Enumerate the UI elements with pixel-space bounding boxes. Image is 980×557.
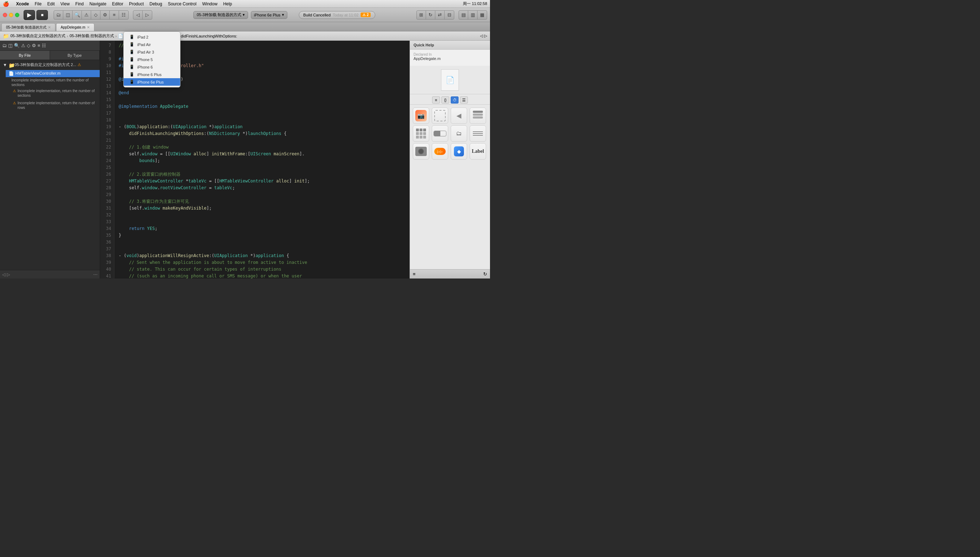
nav-icon[interactable]: ◫ (63, 10, 73, 20)
tab-close-icon[interactable]: ✕ (48, 25, 51, 29)
sidebar-folder-icon[interactable]: 🗂 (2, 43, 7, 48)
warning-icon[interactable]: ⚠ (82, 10, 91, 20)
menu-editor[interactable]: Editor (112, 2, 123, 7)
dropdown-item-ipad2[interactable]: 📱 iPad 2 (124, 33, 180, 41)
ui-element-list[interactable] (470, 125, 486, 142)
dropdown-item-ipadair3[interactable]: 📱 iPad Air 3 (124, 48, 180, 56)
minimize-button[interactable] (9, 13, 13, 17)
menu-navigate[interactable]: Navigate (89, 2, 106, 7)
panel-tab-list[interactable]: ≡ (432, 96, 440, 104)
right-panel-icon[interactable]: ▦ (477, 10, 487, 20)
ui-element-box[interactable]: ◆ (451, 143, 467, 160)
close-button[interactable] (3, 13, 7, 17)
test-icon[interactable]: ◇ (91, 10, 100, 20)
menubar-datetime: 周一 11:02:58 (463, 1, 487, 7)
ui-element-grid[interactable] (413, 125, 429, 142)
dropdown-item-ipadair[interactable]: 📱 iPad Air (124, 41, 180, 48)
warning-badge[interactable]: ⚠ 2 (361, 13, 370, 17)
declared-value: AppDelegate.m (413, 56, 487, 61)
menu-source-control[interactable]: Source Control (168, 2, 196, 7)
code-line-19: - (BOOL)application:(UIApplication *)app… (119, 124, 405, 130)
log-icon[interactable]: ☷ (119, 10, 128, 20)
warning-detail-1[interactable]: ⚠ Incomplete implementation, return the … (11, 100, 100, 111)
panel-tab-code[interactable]: {} (441, 96, 449, 104)
ui-element-label[interactable]: Label (470, 143, 486, 160)
debug-icon[interactable]: ⚙ (100, 10, 110, 20)
breadcrumb-nav-left[interactable]: ◁ (480, 34, 483, 38)
sidebar-report-icon[interactable]: ≡ (38, 43, 40, 48)
build-status-pill: Build Cancelled Today at 11:02 ⚠ 2 (299, 11, 375, 19)
breadcrumb-nav-right[interactable]: ▷ (484, 34, 487, 38)
menu-window[interactable]: Window (202, 2, 218, 7)
sidebar-test-icon[interactable]: ◇ (27, 43, 30, 48)
file-selected[interactable]: 📄 HMTableViewController.m (6, 70, 100, 78)
menu-debug[interactable]: Debug (149, 2, 162, 7)
sidebar-log-icon[interactable]: ☷ (42, 43, 46, 48)
project-root[interactable]: ▼ 📁 05-3种加载自定义控制器的方式 2... ⚠ (0, 62, 100, 70)
tab-scheme[interactable]: 05-3种加载·制造器的方式 ✕ (2, 23, 56, 31)
ui-element-view[interactable] (432, 107, 448, 124)
ui-element-segmented[interactable] (432, 125, 448, 142)
right-panel-list-icon[interactable]: ≡ (413, 271, 416, 277)
ui-element-collection[interactable]: 🗂 (451, 125, 467, 142)
tab-by-file[interactable]: By File (0, 51, 50, 60)
sidebar-search-icon[interactable]: 🔍 (14, 43, 20, 48)
right-panel: Quick Help Declared In AppDelegate.m 📄 ≡… (410, 41, 490, 278)
stop-button[interactable]: ■ (36, 10, 48, 20)
run-button[interactable]: ▶ (24, 10, 35, 20)
split-icon[interactable]: ⊟ (444, 10, 454, 20)
forward-icon[interactable]: ⇄ (435, 10, 444, 20)
search-icon[interactable]: 🔍 (73, 10, 82, 20)
panel-tab-menu[interactable]: ☰ (460, 96, 468, 104)
menu-xcode[interactable]: Xcode (16, 2, 29, 7)
forward-arrow[interactable]: ▷ (143, 10, 152, 20)
tab-close-icon2[interactable]: ✕ (87, 25, 90, 29)
right-panel-refresh-icon[interactable]: ↻ (483, 271, 487, 277)
back-arrow[interactable]: ◁ (133, 10, 143, 20)
maximize-button[interactable] (15, 13, 19, 17)
ui-element-camera2[interactable] (413, 143, 429, 160)
folder-icon[interactable]: 🗂 (54, 10, 63, 20)
tab-delegate[interactable]: AppDelegate.m ✕ (56, 23, 94, 31)
sidebar-bottom-more[interactable]: ⋯ (93, 272, 98, 277)
scheme-selector[interactable]: 05-3种加载·制造器的方式 ▾ (193, 11, 248, 19)
code-line-29 (119, 191, 405, 198)
device-icon-ipadair: 📱 (129, 42, 134, 47)
sidebar-bottom-fwd[interactable]: ▷ (7, 272, 10, 277)
menu-product[interactable]: Product (129, 2, 144, 7)
dropdown-item-iphone6plus[interactable]: 📱 iPhone 6 Plus (124, 71, 180, 78)
device-selector[interactable]: iPhone 6e Plus ▾ (251, 11, 287, 19)
selected-filename: HMTableViewController.m (15, 71, 60, 76)
declared-label: Declared In (413, 52, 487, 56)
menu-help[interactable]: Help (223, 2, 232, 7)
tab-by-type[interactable]: By Type (50, 51, 100, 60)
menu-view[interactable]: View (60, 2, 70, 7)
nav-arrows: ◁ ▷ (133, 10, 152, 20)
warning-detail-0[interactable]: ⚠ Incomplete implementation, return the … (11, 88, 100, 99)
sidebar-debug-icon[interactable]: ⚙ (32, 43, 36, 48)
breadcrumb-part-0[interactable]: 05-3种加载自定义控制器的方式 (10, 33, 65, 39)
dropdown-item-iphone5[interactable]: 📱 iPhone 5 (124, 56, 180, 63)
menu-edit[interactable]: Edit (47, 2, 55, 7)
menu-find[interactable]: Find (75, 2, 83, 7)
device-label-ipadair3: iPad Air 3 (137, 50, 154, 54)
refresh-icon[interactable]: ↻ (426, 10, 435, 20)
ui-element-back[interactable]: ◀ (451, 107, 467, 124)
report-icon[interactable]: ≡ (110, 10, 119, 20)
sidebar-warn-icon[interactable]: ⚠ (21, 43, 25, 48)
sidebar-nav-icon[interactable]: ◫ (8, 43, 13, 48)
sidebar-bottom-back[interactable]: ◁ (2, 272, 5, 277)
apple-menu[interactable]: 🍎 (3, 1, 9, 7)
panel-controls: ▤ ▥ ▦ (459, 10, 487, 20)
left-panel-icon[interactable]: ▤ (459, 10, 468, 20)
panel-tab-clock[interactable]: ⏱ (451, 96, 459, 104)
breadcrumb-part-1[interactable]: 05-3种加载·控制器的方式 (70, 33, 114, 39)
ui-element-play[interactable]: ▷▷ (432, 143, 448, 160)
ui-element-table[interactable] (470, 107, 486, 124)
menu-file[interactable]: File (35, 2, 41, 7)
dropdown-item-iphone6eplus[interactable]: 📱 iPhone 6e Plus (124, 78, 180, 86)
layout-icon[interactable]: ⊞ (417, 10, 426, 20)
ui-element-camera[interactable]: 📷 (413, 107, 429, 124)
bottom-panel-icon[interactable]: ▥ (468, 10, 477, 20)
dropdown-item-iphone6[interactable]: 📱 iPhone 6 (124, 63, 180, 71)
